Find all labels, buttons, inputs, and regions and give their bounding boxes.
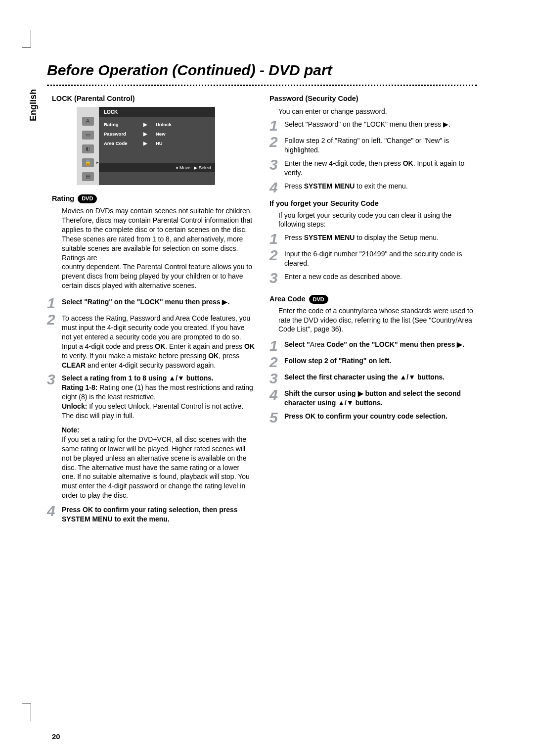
- osd-icon-other: ▤: [82, 172, 94, 181]
- osd-arrow-icon: ▶: [143, 131, 156, 138]
- osd-move-hint: ♦ Move: [176, 165, 190, 170]
- osd-panel: LOCK Rating ▶ Unlock Password ▶ New: [99, 107, 215, 185]
- dvd-badge: DVD: [309, 295, 328, 304]
- step-text: Enter a new code as described above.: [284, 271, 477, 284]
- step-text: Select a rating from 1 to 8 using ▲/▼ bu…: [62, 373, 255, 420]
- step-text: Shift the cursor using ▶ button and sele…: [284, 388, 477, 408]
- rating-body: Movies on DVDs may contain scenes not su…: [62, 206, 255, 290]
- step-text: Press SYSTEM MENU to display the Setup m…: [284, 232, 477, 245]
- area-code-heading: Area Code DVD: [269, 294, 477, 304]
- columns: LOCK (Parental Control) A ▭ ◐ 🔒 ▤ LOCK R…: [47, 92, 477, 742]
- step-text: Select "Area Code" on the "LOCK" menu th…: [284, 339, 477, 352]
- step-text: Follow step 2 of "Rating" on left.: [284, 355, 477, 369]
- step-number: 3: [269, 271, 284, 284]
- osd-value: HU: [156, 141, 210, 147]
- osd-key: Rating: [104, 122, 143, 128]
- area-intro: Enter the code of a country/area whose s…: [278, 306, 477, 334]
- osd-icon-lang: A: [82, 117, 94, 126]
- note-block: Note: If you set a rating for the DVD+VC…: [62, 425, 255, 500]
- step: 1 Select "Password" on the "LOCK" menu t…: [269, 119, 477, 132]
- crop-mark: [22, 704, 31, 721]
- note-body: If you set a rating for the DVD+VCR, all…: [62, 435, 255, 500]
- password-heading: Password (Security Code): [269, 94, 477, 104]
- osd-key: Password: [104, 131, 143, 138]
- step: 2 To access the Rating, Password and Are…: [47, 313, 255, 370]
- step-number: 1: [269, 232, 284, 245]
- osd-icon-rail: A ▭ ◐ 🔒 ▤: [77, 107, 99, 185]
- step-text: Input the 6-digit number "210499" and th…: [284, 248, 477, 268]
- step-number: 2: [269, 248, 284, 268]
- step: 1 Select "Rating" on the "LOCK" menu the…: [47, 296, 255, 310]
- osd-value: New: [156, 131, 210, 138]
- column-right: Password (Security Code) You can enter o…: [269, 92, 477, 742]
- step-text: Press OK to confirm your country code se…: [284, 411, 477, 424]
- osd-row: Area Code ▶ HU: [104, 139, 210, 148]
- page-content: Before Operation (Continued) - DVD part …: [47, 62, 477, 742]
- osd-row: Password ▶ New: [104, 130, 210, 139]
- step-number: 1: [269, 119, 284, 132]
- step-text: To access the Rating, Password and Area …: [62, 313, 255, 370]
- step: 5 Press OK to confirm your country code …: [269, 411, 477, 424]
- osd-icon-audio: ◐: [82, 144, 94, 153]
- step: 3 Enter the new 4-digit code, then press…: [269, 158, 477, 178]
- note-heading: Note:: [62, 425, 255, 435]
- step-number: 3: [269, 158, 284, 178]
- step-number: 2: [47, 313, 62, 370]
- osd-menu: A ▭ ◐ 🔒 ▤ LOCK Rating ▶ Unlock: [77, 107, 215, 185]
- osd-value: Unlock: [156, 122, 210, 128]
- step-number: 1: [47, 296, 62, 310]
- osd-title: LOCK: [99, 107, 215, 118]
- osd-rows: Rating ▶ Unlock Password ▶ New Area Code…: [99, 117, 215, 163]
- step-number: 4: [269, 181, 284, 194]
- step: 4 Press SYSTEM MENU to exit the menu.: [269, 181, 477, 194]
- step-text: Select "Password" on the "LOCK" menu the…: [284, 119, 477, 132]
- step-number: 3: [269, 372, 284, 385]
- osd-key: Area Code: [104, 141, 143, 147]
- column-left: LOCK (Parental Control) A ▭ ◐ 🔒 ▤ LOCK R…: [47, 92, 255, 742]
- step: 4 Press OK to confirm your rating select…: [47, 504, 255, 524]
- osd-icon-display: ▭: [82, 131, 94, 140]
- step: 3 Select the first character using the ▲…: [269, 372, 477, 385]
- osd-footer: ♦ Move ▶ Select: [99, 163, 215, 172]
- step: 1 Select "Area Code" on the "LOCK" menu …: [269, 339, 477, 352]
- step-number: 3: [47, 373, 62, 420]
- page-number: 20: [52, 732, 255, 742]
- lock-heading: LOCK (Parental Control): [52, 94, 255, 104]
- rating-heading: Rating DVD: [52, 194, 255, 204]
- crop-mark: [22, 30, 31, 47]
- osd-row: Rating ▶ Unlock: [104, 120, 210, 130]
- osd-select-hint: ▶ Select: [194, 165, 211, 170]
- forget-heading: If you forget your Security Code: [269, 199, 477, 209]
- password-intro: You can enter or change password.: [278, 107, 477, 116]
- step: 3 Select a rating from 1 to 8 using ▲/▼ …: [47, 373, 255, 420]
- page-title: Before Operation (Continued) - DVD part: [47, 62, 477, 80]
- forget-intro: If you forget your security code you can…: [278, 211, 477, 230]
- step-number: 1: [269, 339, 284, 352]
- step: 2 Follow step 2 of "Rating" on left.: [269, 355, 477, 369]
- step: 4 Shift the cursor using ▶ button and se…: [269, 388, 477, 408]
- dvd-badge: DVD: [78, 194, 97, 203]
- step: 2 Input the 6-digit number "210499" and …: [269, 248, 477, 268]
- step-text: Select the first character using the ▲/▼…: [284, 372, 477, 385]
- step-number: 2: [269, 355, 284, 369]
- step-number: 4: [269, 388, 284, 408]
- dotted-rule: [47, 85, 477, 86]
- step: 2 Follow step 2 of "Rating" on left. "Ch…: [269, 135, 477, 155]
- step: 3 Enter a new code as described above.: [269, 271, 477, 284]
- step-number: 5: [269, 411, 284, 424]
- step: 1 Press SYSTEM MENU to display the Setup…: [269, 232, 477, 245]
- step-text: Press OK to confirm your rating selectio…: [62, 504, 255, 524]
- step-text: Enter the new 4-digit code, then press O…: [284, 158, 477, 178]
- step-text: Select "Rating" on the "LOCK" menu then …: [62, 296, 255, 310]
- language-tab: English: [28, 88, 39, 122]
- step-text: Follow step 2 of "Rating" on left. "Chan…: [284, 135, 477, 155]
- osd-icon-lock: 🔒: [82, 158, 94, 167]
- step-number: 4: [47, 504, 62, 524]
- osd-arrow-icon: ▶: [143, 141, 156, 147]
- osd-arrow-icon: ▶: [143, 122, 156, 128]
- step-text: Press SYSTEM MENU to exit the menu.: [284, 181, 477, 194]
- step-number: 2: [269, 135, 284, 155]
